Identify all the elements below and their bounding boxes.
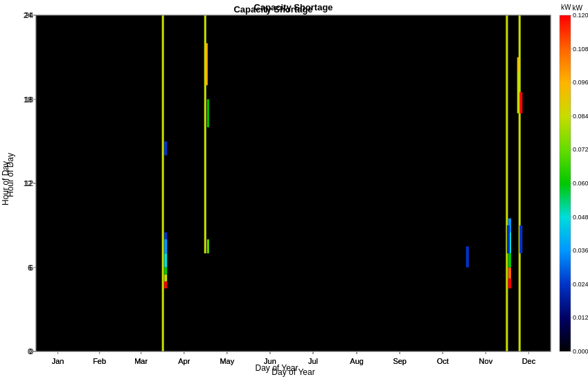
chart-title: Capacity Shortage	[0, 4, 546, 15]
x-axis-label: Day of Year	[35, 363, 519, 373]
y-axis-label: Hour of Day	[6, 0, 15, 349]
chart-container: Capacity Shortage Hour of Day Day of Yea…	[0, 0, 588, 377]
colorbar-unit-label: kW	[573, 4, 582, 12]
